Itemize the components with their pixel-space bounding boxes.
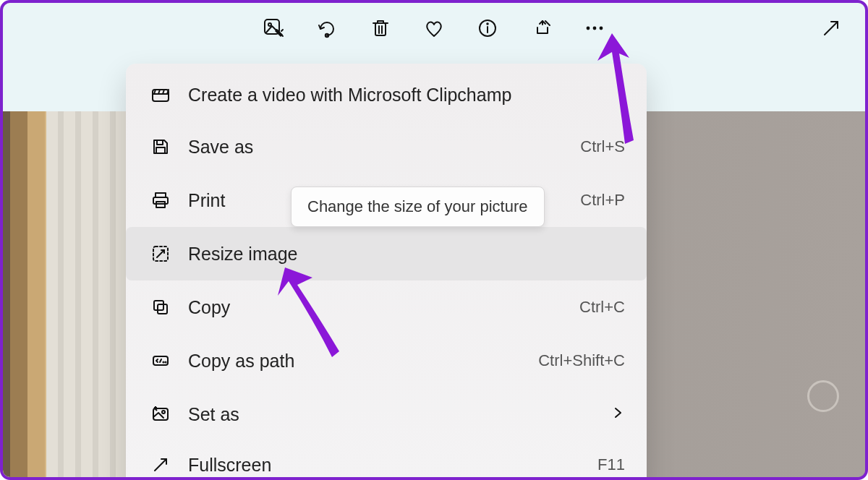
svg-point-7 xyxy=(593,27,597,30)
menu-item-resize[interactable]: Resize image xyxy=(126,227,647,280)
menu-shortcut: Ctrl+P xyxy=(580,191,625,210)
share-button[interactable] xyxy=(528,15,554,41)
info-button[interactable] xyxy=(475,15,501,41)
menu-item-label: Save as xyxy=(188,137,563,158)
app-window: Create a video with Microsoft Clipchamp … xyxy=(0,0,868,480)
rotate-button[interactable] xyxy=(314,15,340,41)
fullscreen-icon xyxy=(150,455,171,475)
menu-item-save-as[interactable]: Save as Ctrl+S xyxy=(126,120,647,173)
svg-point-8 xyxy=(600,27,603,30)
menu-item-clipchamp[interactable]: Create a video with Microsoft Clipchamp xyxy=(126,69,647,120)
menu-item-label: Set as xyxy=(188,404,595,425)
menu-item-copy-path[interactable]: Copy as path Ctrl+Shift+C xyxy=(126,334,647,387)
menu-item-set-as[interactable]: Set as xyxy=(126,387,647,441)
curtain xyxy=(46,111,133,477)
tooltip: Change the size of your picture xyxy=(291,187,545,227)
setas-icon xyxy=(150,404,171,424)
svg-rect-10 xyxy=(157,140,163,145)
svg-point-1 xyxy=(268,23,271,26)
menu-item-label: Copy xyxy=(188,297,562,318)
svg-point-6 xyxy=(587,27,590,30)
edit-image-button[interactable] xyxy=(260,15,286,41)
menu-item-label: Fullscreen xyxy=(188,455,580,476)
svg-rect-16 xyxy=(154,301,163,310)
menu-shortcut: Ctrl+S xyxy=(580,137,625,156)
svg-point-5 xyxy=(487,23,488,25)
menu-item-label: Create a video with Microsoft Clipchamp xyxy=(188,85,625,106)
favorite-button[interactable] xyxy=(421,15,447,41)
path-icon xyxy=(150,351,171,371)
menu-item-label: Resize image xyxy=(188,244,625,265)
clapper-icon xyxy=(150,85,171,105)
menu-item-fullscreen[interactable]: Fullscreen F11 xyxy=(126,441,647,480)
print-icon xyxy=(150,190,171,210)
menu-item-copy[interactable]: Copy Ctrl+C xyxy=(126,280,647,334)
more-menu-button[interactable] xyxy=(582,15,608,41)
svg-rect-11 xyxy=(156,147,165,153)
menu-shortcut: F11 xyxy=(597,455,625,474)
menu-shortcut: Ctrl+Shift+C xyxy=(538,351,625,370)
copy-icon xyxy=(150,297,171,317)
menu-shortcut: Ctrl+C xyxy=(579,298,625,317)
svg-point-22 xyxy=(162,411,165,413)
save-icon xyxy=(150,137,171,157)
photo-edge xyxy=(3,111,126,477)
resize-icon xyxy=(150,244,171,264)
svg-rect-17 xyxy=(158,304,167,314)
menu-item-label: Copy as path xyxy=(188,351,521,372)
more-context-menu: Create a video with Microsoft Clipchamp … xyxy=(126,64,647,480)
minimap-circle xyxy=(807,380,839,412)
enter-fullscreen-button[interactable] xyxy=(819,16,843,40)
svg-rect-3 xyxy=(375,23,386,35)
chevron-right-icon xyxy=(612,405,625,424)
svg-point-19 xyxy=(163,361,163,362)
svg-point-20 xyxy=(165,361,166,362)
delete-button[interactable] xyxy=(367,15,393,41)
